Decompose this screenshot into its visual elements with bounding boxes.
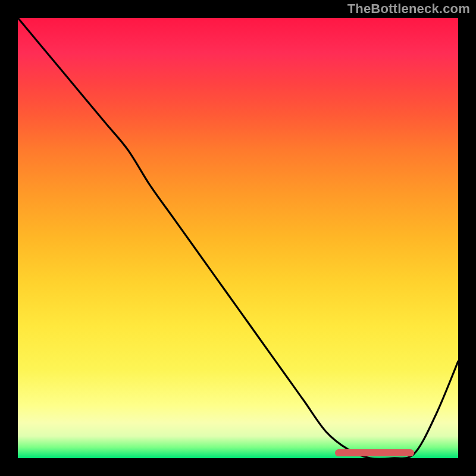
bottleneck-curve [18, 18, 458, 458]
bottleneck-plot [18, 18, 458, 458]
watermark: TheBottleneck.com [347, 1, 470, 17]
chart-frame: TheBottleneck.com [0, 0, 476, 476]
line-layer [18, 18, 458, 458]
sweet-spot-bar [335, 449, 414, 456]
